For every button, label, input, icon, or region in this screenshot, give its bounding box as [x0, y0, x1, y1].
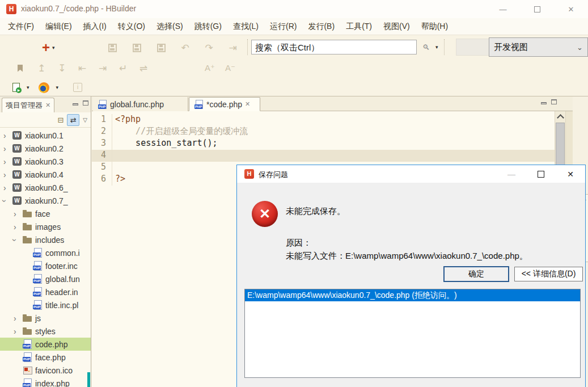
shift-left-icon[interactable]: ⇤ — [75, 62, 90, 74]
next-annotation-icon[interactable]: ↧ — [54, 62, 69, 74]
save-icon[interactable] — [108, 44, 117, 52]
details-button[interactable]: << 详细信息(D) — [514, 267, 583, 281]
search-dropdown-icon[interactable]: ▾ — [435, 44, 438, 50]
maximize-view-icon[interactable] — [551, 99, 557, 104]
tree-item-label: code.php — [35, 340, 68, 349]
menu-item[interactable]: 跳转(G) — [189, 19, 227, 34]
tab-code-php[interactable]: *code.php ✕ — [189, 97, 260, 111]
expand-arrow-icon[interactable] — [14, 314, 23, 323]
close-tab-icon[interactable]: ✕ — [245, 100, 250, 108]
menu-item[interactable]: 文件(F) — [2, 19, 40, 34]
expand-arrow-icon[interactable] — [14, 235, 23, 245]
error-detail-list[interactable]: E:\wamp\wamp64\www\xiaokun0.7_\code.php … — [244, 289, 581, 378]
redo-icon[interactable]: ↷ — [202, 42, 217, 54]
menu-item[interactable]: 运行(R) — [264, 19, 302, 34]
tree-item[interactable]: code.php — [0, 338, 91, 351]
previous-annotation-icon[interactable]: ↥ — [34, 62, 49, 74]
expand-arrow-icon[interactable] — [3, 157, 12, 166]
font-decrease-icon[interactable]: A⁻ — [223, 63, 238, 73]
tree-item-label: xiaokun0.4 — [25, 170, 64, 179]
info-icon[interactable]: i — [73, 83, 82, 92]
search-icon[interactable]: 🔍︎ — [422, 43, 430, 52]
panel-menu-icon[interactable]: ▽ — [83, 117, 87, 123]
tree-item[interactable]: xiaokun0.7_ — [0, 194, 91, 207]
tree-item[interactable]: face — [0, 207, 91, 220]
goto-icon[interactable]: ⇥ — [226, 42, 240, 54]
expand-arrow-icon[interactable] — [3, 196, 12, 205]
link-with-editor-toggle[interactable]: ⇄ — [67, 114, 79, 126]
firefox-browser-icon[interactable] — [39, 82, 49, 93]
expand-arrow-icon[interactable] — [3, 144, 12, 153]
tree-item[interactable]: xiaokun0.6_ — [0, 181, 91, 194]
close-button[interactable]: ✕ — [554, 0, 588, 18]
code-line: 2 //开启超级全局变量的缓冲流 — [92, 126, 555, 138]
error-detail-item[interactable]: E:\wamp\wamp64\www\xiaokun0.7_\code.php … — [245, 289, 580, 301]
wrap-icon[interactable]: ⇌ — [136, 62, 151, 74]
run-dropdown-icon[interactable]: ▾ — [27, 85, 29, 90]
font-increase-icon[interactable]: A⁺ — [202, 63, 217, 73]
menu-item[interactable]: 转义(O) — [112, 19, 151, 34]
expand-arrow-icon[interactable] — [3, 131, 12, 140]
tree-item[interactable]: xiaokun0.4 — [0, 168, 91, 181]
collapse-all-icon[interactable]: ⊟ — [57, 116, 64, 124]
file-type-icon — [33, 287, 43, 297]
ok-button[interactable]: 确定 — [443, 266, 509, 282]
menu-item[interactable]: 选择(S) — [151, 19, 189, 34]
hbuilder-window: H xiaokun0.7_/code.php - HBuilder — ✕ 文件… — [0, 0, 588, 387]
expand-arrow-icon[interactable] — [3, 183, 12, 192]
play-icon: ▶ — [16, 87, 22, 93]
tree-item[interactable]: xiaokun0.1 — [0, 129, 91, 142]
menu-item[interactable]: 插入(I) — [78, 19, 112, 34]
save-all-icon[interactable] — [157, 44, 166, 52]
browser-dropdown-icon[interactable]: ▾ — [56, 85, 59, 90]
tree-item[interactable]: xiaokun0.2 — [0, 142, 91, 155]
tree-item[interactable]: title.inc.pl — [0, 298, 91, 312]
search-input[interactable] — [251, 40, 417, 54]
tab-label: *code.php — [206, 100, 242, 109]
tree-item[interactable]: header.in — [0, 285, 91, 298]
new-file-dropdown-icon[interactable]: ▾ — [52, 45, 55, 51]
menu-item[interactable]: 发行(B) — [302, 19, 340, 34]
tree-item[interactable]: favicon.ico — [0, 364, 91, 377]
menu-bar: 文件(F)编辑(E)插入(I)转义(O)选择(S)跳转(G)查找(L)运行(R)… — [0, 18, 588, 35]
menu-item[interactable]: 查找(L) — [227, 19, 264, 34]
tree-item[interactable]: js — [0, 312, 91, 325]
maximize-button[interactable] — [520, 0, 554, 18]
dialog-maximize-button[interactable] — [526, 165, 556, 183]
menu-item[interactable]: 视图(V) — [378, 19, 416, 34]
tree-item[interactable]: face.php — [0, 351, 91, 364]
tree-item[interactable]: styles — [0, 325, 91, 338]
tab-global-func-php[interactable]: global.func.php — [93, 97, 188, 111]
save-as-icon[interactable] — [133, 44, 141, 52]
tree-item[interactable]: footer.inc — [0, 259, 91, 272]
expand-arrow-icon[interactable] — [14, 209, 23, 218]
run-button[interactable]: ▶ — [12, 83, 20, 92]
tree-item[interactable]: images — [0, 220, 91, 233]
tree-item[interactable]: includes — [0, 233, 91, 246]
minimize-view-icon[interactable] — [73, 103, 78, 106]
expand-arrow-icon[interactable] — [3, 170, 12, 179]
expand-arrow-icon[interactable] — [14, 327, 23, 336]
menu-item[interactable]: 帮助(H) — [416, 19, 454, 34]
file-type-icon — [23, 326, 33, 336]
menu-item[interactable]: 编辑(E) — [40, 19, 78, 34]
project-manager-tab[interactable]: 项目管理器 ✕ — [2, 98, 54, 112]
maximize-view-icon[interactable] — [83, 100, 88, 106]
tree-item[interactable]: global.fun — [0, 272, 91, 285]
expand-arrow-icon[interactable] — [14, 222, 23, 232]
menu-item[interactable]: 工具(T) — [340, 19, 378, 34]
minimize-view-icon[interactable] — [541, 102, 547, 104]
tree-item[interactable]: common.i — [0, 246, 91, 259]
minimize-button[interactable]: — — [486, 0, 520, 18]
scroll-up-icon[interactable] — [555, 111, 565, 121]
tree-item[interactable]: xiaokun0.3 — [0, 155, 91, 168]
format-icon[interactable]: ↵ — [116, 62, 130, 74]
close-panel-icon[interactable]: ✕ — [45, 102, 50, 109]
new-file-button[interactable]: + — [42, 41, 50, 54]
shift-right-icon[interactable]: ⇥ — [95, 62, 110, 74]
bookmark-icon[interactable] — [18, 65, 23, 72]
tree-item[interactable]: index.php — [0, 377, 91, 387]
view-mode-select[interactable]: 开发视图 ⌄ — [489, 37, 588, 57]
dialog-close-button[interactable]: ✕ — [556, 165, 585, 183]
undo-icon[interactable]: ↶ — [178, 42, 193, 54]
